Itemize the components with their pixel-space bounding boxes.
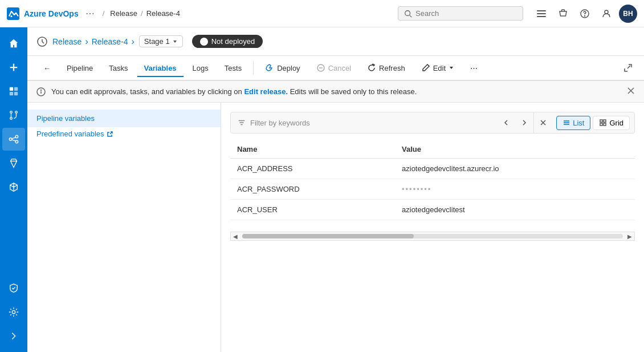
- svg-point-24: [12, 310, 15, 313]
- variable-value-cell: aziotedgedevclitest.azurecr.io: [395, 159, 635, 179]
- lower-content: Pipeline variables Predefined variables: [27, 103, 644, 352]
- left-panel: Pipeline variables Predefined variables: [27, 103, 221, 352]
- info-icon: [36, 87, 46, 96]
- sidebar-item-pipelines[interactable]: [2, 128, 25, 151]
- table-row: ACR_PASSWORD••••••••: [230, 179, 635, 200]
- filter-bar: Filter by keywords: [230, 112, 635, 133]
- name-column-header: Name: [230, 140, 395, 159]
- sidebar-item-boards[interactable]: [2, 80, 25, 103]
- nav-release4-link[interactable]: Release-4: [92, 37, 128, 46]
- svg-point-19: [15, 135, 18, 138]
- svg-point-2: [405, 10, 410, 15]
- scroll-right-arrow[interactable]: ▶: [625, 233, 634, 240]
- svg-point-20: [15, 140, 18, 143]
- tab-variables[interactable]: Variables: [137, 60, 184, 77]
- svg-point-30: [41, 90, 42, 90]
- user-settings-icon[interactable]: [597, 5, 616, 23]
- banner-text: You can edit approvals, tasks, and varia…: [51, 87, 417, 96]
- sidebar-item-expand[interactable]: [2, 325, 25, 347]
- expand-button[interactable]: [621, 61, 635, 75]
- more-icon: ⋯: [470, 64, 478, 72]
- sidebar-item-new[interactable]: [2, 56, 25, 79]
- sidebar-item-security[interactable]: [2, 277, 25, 300]
- back-button[interactable]: ←: [36, 60, 58, 76]
- toggle-dot: [200, 38, 208, 46]
- svg-rect-4: [537, 10, 546, 11]
- svg-point-10: [609, 14, 610, 15]
- topbar: Azure DevOps ⋯ / Release / Release-4: [0, 0, 644, 27]
- azure-devops-logo[interactable]: Azure DevOps: [7, 7, 79, 20]
- filter-placeholder: Filter by keywords: [250, 119, 310, 127]
- filter-navigation: [497, 112, 552, 133]
- pipeline-variables-item[interactable]: Pipeline variables: [27, 110, 221, 127]
- search-bar[interactable]: [398, 6, 523, 21]
- stage-selector[interactable]: Stage 1: [139, 35, 183, 47]
- filter-clear-button[interactable]: [533, 112, 552, 133]
- status-text: Not deployed: [211, 37, 255, 46]
- search-icon: [404, 10, 412, 18]
- main-layout: Release › Release-4 › Stage 1 Not deploy…: [0, 27, 644, 352]
- tab-tests[interactable]: Tests: [218, 60, 248, 76]
- tab-tasks[interactable]: Tasks: [102, 60, 134, 76]
- variable-name-cell: ACR_USER: [230, 200, 395, 220]
- filter-icon: [238, 119, 246, 127]
- sidebar-item-home[interactable]: [2, 32, 25, 55]
- chevron-left-icon: [503, 119, 510, 126]
- svg-point-15: [10, 111, 13, 114]
- chevron-right-icon: [521, 119, 528, 126]
- stage-label: Stage 1: [144, 37, 170, 46]
- topbar-breadcrumb: Release / Release-4: [110, 9, 180, 18]
- filter-prev-button[interactable]: [497, 112, 515, 133]
- edit-button[interactable]: Edit: [414, 60, 461, 76]
- svg-line-21: [12, 137, 15, 139]
- external-link-icon: [107, 131, 113, 137]
- filter-next-button[interactable]: [515, 112, 533, 133]
- deploy-button[interactable]: Deploy: [258, 60, 307, 76]
- filter-input-area[interactable]: Filter by keywords: [231, 115, 497, 131]
- table-header-row: Name Value: [230, 140, 635, 159]
- breadcrumb-release4[interactable]: Release-4: [146, 9, 180, 18]
- variable-value-cell: aziotedgedevclitest: [395, 200, 635, 220]
- search-input[interactable]: [415, 9, 507, 18]
- topbar-more-icon[interactable]: ⋯: [83, 6, 97, 21]
- refresh-button[interactable]: Refresh: [360, 60, 412, 76]
- svg-rect-40: [600, 123, 602, 126]
- more-options-button[interactable]: ⋯: [463, 60, 484, 76]
- grid-view-icon: [599, 119, 607, 127]
- breadcrumb-release[interactable]: Release: [110, 9, 137, 18]
- svg-point-9: [605, 10, 608, 14]
- close-icon: [540, 119, 547, 126]
- nav-release-link[interactable]: Release: [52, 37, 81, 46]
- sidebar: [0, 27, 27, 352]
- sidebar-item-settings[interactable]: [2, 301, 25, 323]
- horizontal-scrollbar[interactable]: ◀ ▶: [230, 232, 635, 241]
- basket-icon[interactable]: [554, 5, 572, 23]
- grid-view-button[interactable]: Grid: [593, 116, 630, 130]
- svg-rect-39: [604, 120, 606, 122]
- sidebar-item-testplans[interactable]: [2, 152, 25, 175]
- variable-name-cell: ACR_ADDRESS: [230, 159, 395, 179]
- refresh-icon: [367, 63, 376, 72]
- banner-link[interactable]: Edit release.: [244, 87, 288, 96]
- scroll-thumb[interactable]: [242, 234, 414, 238]
- sidebar-item-repos[interactable]: [2, 104, 25, 127]
- banner-close-button[interactable]: [627, 87, 635, 96]
- user-avatar[interactable]: BH: [619, 5, 637, 23]
- svg-rect-12: [14, 87, 18, 91]
- menu-icon[interactable]: [532, 5, 551, 23]
- help-icon[interactable]: [576, 5, 594, 23]
- list-view-button[interactable]: List: [556, 116, 590, 130]
- predefined-variables-link[interactable]: Predefined variables: [27, 127, 221, 140]
- cancel-button[interactable]: Cancel: [309, 60, 358, 76]
- sidebar-item-artifacts[interactable]: [2, 176, 25, 199]
- back-icon: ←: [43, 64, 51, 72]
- svg-point-18: [9, 138, 12, 141]
- scroll-left-arrow[interactable]: ◀: [231, 233, 240, 240]
- tab-logs[interactable]: Logs: [186, 60, 215, 76]
- tab-pipeline[interactable]: Pipeline: [60, 60, 100, 76]
- svg-point-16: [15, 111, 18, 114]
- toolbar-divider: [253, 61, 254, 75]
- release-header: Release › Release-4 › Stage 1 Not deploy…: [27, 27, 644, 56]
- table-row: ACR_USERaziotedgedevclitest: [230, 200, 635, 220]
- svg-rect-14: [14, 92, 18, 95]
